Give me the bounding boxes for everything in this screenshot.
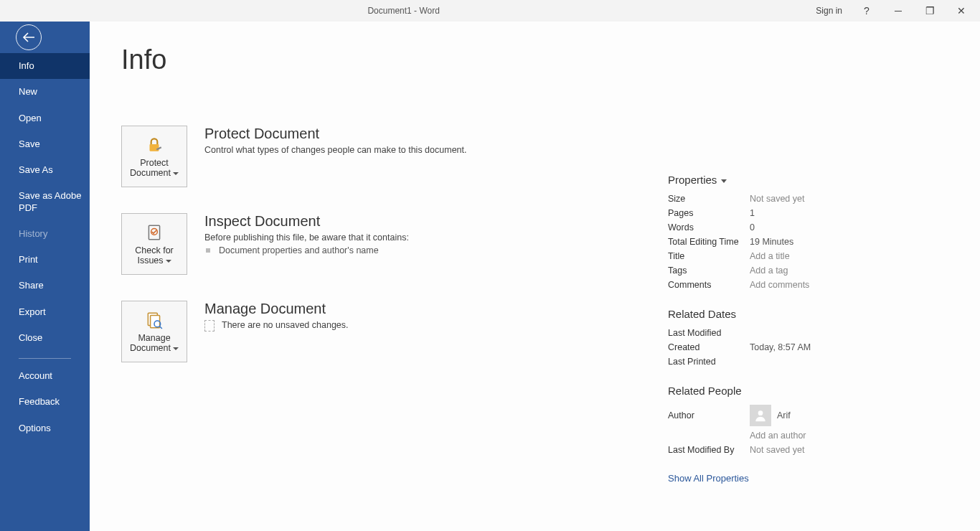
close-button[interactable]: ✕ [946, 1, 977, 21]
sign-in-link[interactable]: Sign in [807, 6, 851, 16]
backstage-sidebar: Info New Open Save Save As Save as Adobe… [0, 22, 90, 531]
inspect-item-text: Document properties and author's name [219, 245, 379, 255]
author-label: Author [668, 410, 750, 420]
inspect-title: Inspect Document [204, 213, 409, 230]
sidebar-item-info[interactable]: Info [0, 53, 90, 79]
prop-comments-label: Comments [668, 280, 750, 290]
sidebar-item-account[interactable]: Account [0, 363, 90, 389]
prop-size-value: Not saved yet [750, 194, 804, 204]
author-name: Arif [777, 410, 791, 420]
properties-heading[interactable]: Properties [668, 174, 969, 186]
document-icon [204, 320, 215, 332]
manage-desc: There are no unsaved changes. [204, 320, 349, 332]
inspect-desc: Before publishing this file, be aware th… [204, 232, 409, 243]
date-modified-label: Last Modified [668, 328, 750, 338]
prop-title-value[interactable]: Add a title [750, 251, 790, 261]
protect-desc: Control what types of changes people can… [204, 145, 467, 155]
sidebar-item-export[interactable]: Export [0, 299, 90, 325]
date-created-value: Today, 8:57 AM [750, 342, 811, 352]
prop-words-value: 0 [750, 222, 755, 232]
help-button[interactable]: ? [851, 1, 882, 21]
protect-document-button[interactable]: Protect Document [121, 126, 187, 187]
related-dates-heading: Related Dates [668, 308, 969, 320]
svg-rect-0 [150, 144, 159, 151]
sidebar-item-print[interactable]: Print [0, 247, 90, 273]
sidebar-item-history[interactable]: History [0, 221, 90, 247]
protect-title: Protect Document [204, 126, 467, 142]
modby-value: Not saved yet [750, 445, 804, 455]
bullet-icon [206, 248, 210, 253]
prop-pages-label: Pages [668, 208, 750, 218]
show-all-properties-link[interactable]: Show All Properties [668, 473, 749, 484]
lock-icon [143, 135, 165, 155]
avatar-icon [750, 405, 771, 426]
manage-button-label: Manage Document [122, 333, 187, 354]
manage-icon [143, 310, 165, 330]
sidebar-item-save[interactable]: Save [0, 131, 90, 157]
inspect-item: Document properties and author's name [204, 245, 409, 255]
manage-document-button[interactable]: Manage Document [121, 301, 187, 362]
properties-panel: Properties Size Not saved yet Pages 1 Wo… [668, 174, 969, 484]
prop-title-label: Title [668, 251, 750, 261]
date-printed-label: Last Printed [668, 357, 750, 367]
prop-tags-value[interactable]: Add a tag [750, 266, 788, 276]
sidebar-item-open[interactable]: Open [0, 105, 90, 131]
add-author-link[interactable]: Add an author [750, 431, 806, 441]
prop-tags-label: Tags [668, 266, 750, 276]
date-created-label: Created [668, 342, 750, 352]
sidebar-item-feedback[interactable]: Feedback [0, 389, 90, 415]
sidebar-item-close[interactable]: Close [0, 325, 90, 351]
check-for-issues-button[interactable]: Check for Issues [121, 213, 187, 275]
related-people-heading: Related People [668, 385, 969, 397]
prop-edit-value: 19 Minutes [750, 237, 793, 247]
info-page: Info Protect Document Protect Document C… [90, 22, 980, 531]
prop-pages-value: 1 [750, 208, 755, 218]
prop-size-label: Size [668, 194, 750, 204]
back-button[interactable] [0, 22, 90, 53]
sidebar-item-options[interactable]: Options [0, 415, 90, 441]
modby-label: Last Modified By [668, 445, 750, 455]
check-issues-label: Check for Issues [122, 245, 187, 266]
protect-button-label: Protect Document [122, 158, 187, 179]
prop-comments-value[interactable]: Add comments [750, 280, 809, 290]
author-value[interactable]: Arif [750, 405, 791, 426]
title-bar: Document1 - Word Sign in ? ─ ❐ ✕ [0, 0, 980, 22]
window-title: Document1 - Word [0, 6, 807, 16]
manage-title: Manage Document [204, 301, 349, 317]
maximize-button[interactable]: ❐ [914, 1, 946, 21]
svg-point-6 [758, 410, 763, 415]
prop-words-label: Words [668, 222, 750, 232]
back-arrow-icon [16, 24, 42, 50]
sidebar-separator [19, 358, 71, 359]
minimize-button[interactable]: ─ [882, 1, 914, 21]
sidebar-item-new[interactable]: New [0, 79, 90, 105]
manage-desc-text: There are no unsaved changes. [222, 320, 349, 330]
sidebar-item-save-as[interactable]: Save As [0, 157, 90, 183]
sidebar-item-save-adobe[interactable]: Save as Adobe PDF [0, 183, 90, 221]
prop-edit-label: Total Editing Time [668, 237, 750, 247]
inspect-icon [143, 222, 165, 243]
page-title: Info [121, 44, 980, 75]
sidebar-item-share[interactable]: Share [0, 273, 90, 299]
